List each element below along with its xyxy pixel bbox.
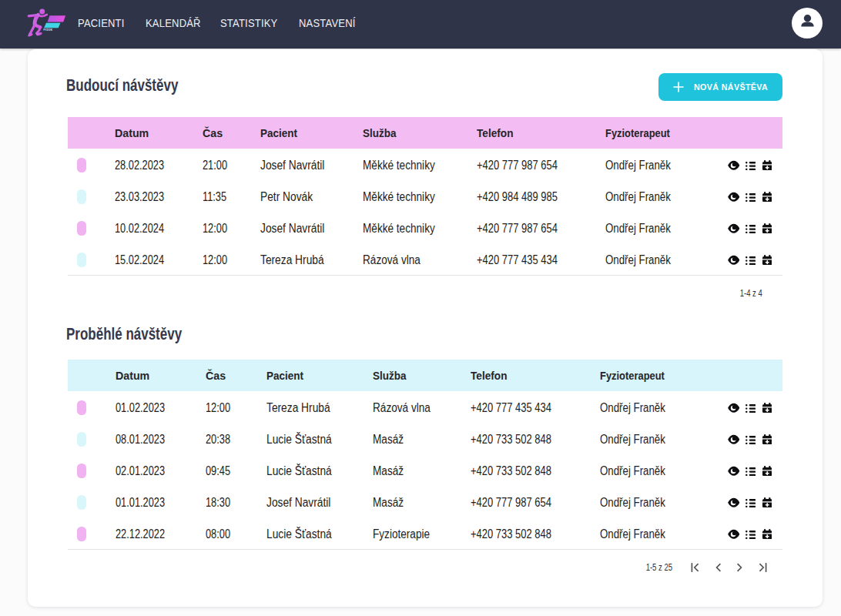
- svg-text:FYZIOK: FYZIOK: [44, 28, 53, 32]
